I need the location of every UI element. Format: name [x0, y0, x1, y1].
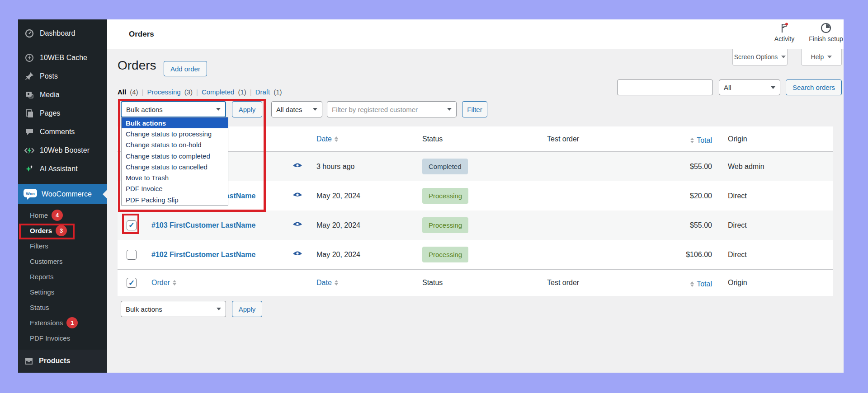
dropdown-option-pdf-invoice[interactable]: PDF Invoice	[122, 183, 228, 194]
sidebar-item-label: Customers	[30, 257, 63, 265]
sidebar-item-comments[interactable]: Comments	[18, 122, 107, 141]
booster-icon	[24, 145, 34, 155]
sidebar-item-label: Extensions	[30, 319, 63, 327]
dropdown-option-move-to-trash[interactable]: Move to Trash	[122, 172, 228, 183]
order-link[interactable]: #103 FirstCustomer LastName	[151, 221, 255, 229]
view-completed[interactable]: Completed	[202, 88, 235, 96]
sort-icon	[173, 280, 176, 285]
dropdown-option-change-status-completed[interactable]: Change status to completed	[122, 150, 228, 161]
order-total: $55.00	[656, 163, 714, 171]
bulk-actions-select-bottom[interactable]: Bulk actions	[121, 301, 226, 317]
header-order-sort[interactable]: Order	[151, 279, 176, 287]
dropdown-option-pdf-packing-slip[interactable]: PDF Packing Slip	[122, 194, 228, 205]
order-total: $106.00	[656, 251, 714, 259]
search-category-value: All	[724, 84, 731, 91]
sort-icon	[335, 136, 338, 142]
sidebar-item-products[interactable]: Products	[18, 350, 107, 372]
header-test-order: Test order	[540, 135, 656, 143]
sidebar-item-status[interactable]: Status	[18, 299, 107, 315]
activity-button[interactable]: Activity	[764, 22, 805, 42]
admin-topbar: Orders Activity Finish setup	[107, 19, 844, 49]
status-badge: Processing	[422, 217, 468, 233]
sidebar-item-label: PDF Invoices	[30, 334, 70, 342]
sidebar-item-ai-assistant[interactable]: AI Assistant	[18, 159, 107, 178]
sidebar-item-media[interactable]: Media	[18, 85, 107, 104]
order-total: $20.00	[656, 192, 714, 200]
view-draft[interactable]: Draft	[255, 88, 270, 96]
bulk-actions-select[interactable]: Bulk actions	[121, 101, 226, 117]
sidebar-item-extensions[interactable]: Extensions 1	[18, 315, 107, 330]
sidebar-item-label: AI Assistant	[40, 165, 78, 173]
admin-main: Orders Activity Finish setup Screen Opti…	[107, 19, 844, 373]
extensions-count-badge: 1	[66, 317, 78, 328]
finish-setup-button[interactable]: Finish setup	[806, 22, 846, 42]
preview-eye-icon[interactable]	[292, 162, 302, 169]
preview-eye-icon[interactable]	[292, 192, 302, 199]
view-all[interactable]: All	[118, 88, 126, 96]
header-total-sort[interactable]: Total	[690, 280, 712, 288]
customer-filter-select[interactable]: Filter by registered customer	[327, 101, 457, 117]
sidebar-item-label: Products	[39, 357, 70, 365]
sidebar-item-reports[interactable]: Reports	[18, 269, 107, 284]
dropdown-option-change-status-cancelled[interactable]: Change status to cancelled	[122, 161, 228, 172]
view-separator: |	[196, 88, 198, 96]
preview-eye-icon[interactable]	[292, 250, 302, 257]
sidebar-item-pages[interactable]: Pages	[18, 104, 107, 122]
select-all-checkbox[interactable]	[127, 278, 137, 288]
header-origin: Origin	[714, 279, 833, 287]
search-orders-input[interactable]	[617, 80, 713, 95]
sidebar-item-woocommerce[interactable]: Woo WooCommerce	[18, 184, 107, 204]
row-checkbox[interactable]	[127, 250, 137, 260]
screen-options-button[interactable]: Screen Options	[732, 49, 788, 66]
sidebar-item-label: Posts	[40, 72, 58, 80]
search-category-select[interactable]: All	[719, 80, 780, 95]
filter-button[interactable]: Filter	[462, 101, 487, 117]
view-processing[interactable]: Processing	[147, 88, 180, 96]
status-badge: Processing	[422, 188, 468, 204]
bulk-actions-value: Bulk actions	[126, 106, 163, 113]
view-completed-count: (1)	[238, 88, 246, 96]
sidebar-item-orders[interactable]: Orders 3	[18, 223, 107, 238]
dropdown-option-change-status-processing[interactable]: Change status to processing	[122, 128, 228, 139]
header-origin: Origin	[714, 135, 833, 143]
sidebar-item-dashboard[interactable]: Dashboard	[18, 24, 107, 42]
table-row: #103 FirstCustomer LastName May 20, 2024…	[118, 211, 833, 240]
preview-eye-icon[interactable]	[292, 221, 302, 228]
comments-icon	[24, 127, 34, 137]
sidebar-item-customers[interactable]: Customers	[18, 253, 107, 269]
dropdown-option-bulk-actions[interactable]: Bulk actions	[122, 117, 228, 128]
search-orders-button[interactable]: Search orders	[786, 80, 842, 95]
sidebar-item-settings[interactable]: Settings	[18, 284, 107, 299]
view-draft-count: (1)	[274, 88, 282, 96]
apply-button[interactable]: Apply	[232, 101, 262, 117]
order-origin: Web admin	[714, 163, 833, 171]
add-order-button[interactable]: Add order	[164, 61, 207, 76]
row-checkbox[interactable]	[127, 220, 137, 230]
customer-filter-placeholder: Filter by registered customer	[332, 106, 418, 113]
all-dates-select[interactable]: All dates	[271, 101, 322, 117]
chevron-down-icon	[827, 56, 832, 58]
sidebar-item-10web-cache[interactable]: 10WEB Cache	[18, 48, 107, 67]
sidebar-item-10web-booster[interactable]: 10Web Booster	[18, 141, 107, 159]
help-button[interactable]: Help	[801, 49, 842, 66]
woocommerce-submenu: Home 4 Orders 3 Filters Customers Report…	[18, 204, 107, 346]
header-date-sort[interactable]: Date	[316, 279, 338, 287]
chevron-down-icon	[781, 56, 786, 58]
sidebar-item-filters[interactable]: Filters	[18, 238, 107, 253]
activity-flag-icon	[778, 22, 790, 34]
sidebar-item-pdf-invoices[interactable]: PDF Invoices	[18, 330, 107, 346]
pin-icon	[24, 71, 34, 81]
active-menu-arrow	[98, 190, 107, 199]
apply-button-bottom[interactable]: Apply	[232, 301, 262, 317]
sidebar-item-home[interactable]: Home 4	[18, 207, 107, 223]
header-date-sort[interactable]: Date	[316, 135, 338, 143]
sidebar-item-posts[interactable]: Posts	[18, 67, 107, 85]
order-date: 3 hours ago	[310, 163, 416, 171]
dropdown-option-change-status-on-hold[interactable]: Change status to on-hold	[122, 140, 228, 150]
header-total-sort[interactable]: Total	[690, 136, 712, 145]
order-link[interactable]: #102 FirstCustomer LastName	[151, 251, 255, 258]
order-date: May 20, 2024	[310, 221, 416, 229]
sidebar-item-label: Media	[40, 91, 60, 99]
view-separator: |	[142, 88, 144, 96]
view-all-count: (4)	[130, 88, 138, 96]
